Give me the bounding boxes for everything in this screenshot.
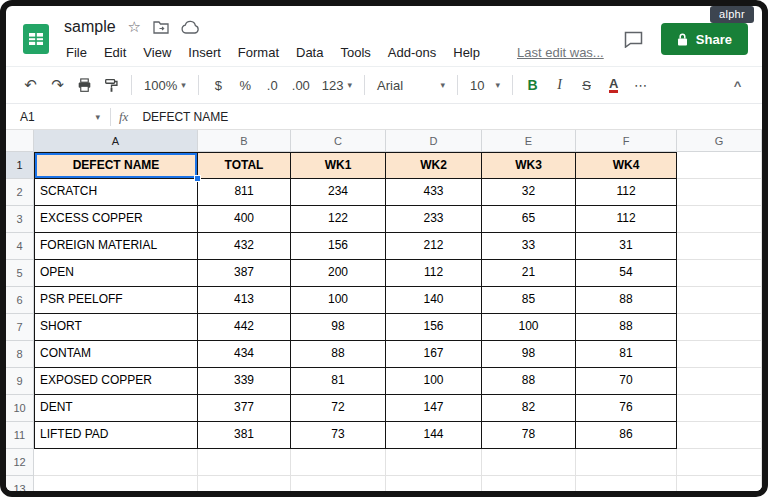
cell-G5[interactable] [677, 260, 762, 287]
cell-D2[interactable]: 433 [386, 179, 482, 206]
cell-D3[interactable]: 233 [386, 206, 482, 233]
col-header-E[interactable]: E [482, 130, 576, 152]
number-format-select[interactable]: 123▾ [317, 73, 357, 98]
menu-insert[interactable]: Insert [186, 43, 223, 62]
undo-button[interactable]: ↶ [18, 73, 43, 98]
cell-F2[interactable]: 112 [576, 179, 677, 206]
row-header-7[interactable]: 7 [6, 314, 34, 341]
increase-decimal-button[interactable]: .00 [287, 73, 315, 98]
cell-A1[interactable]: DEFECT NAME [34, 152, 198, 179]
row-header-11[interactable]: 11 [6, 422, 34, 449]
comment-icon[interactable] [624, 31, 643, 48]
cell-C11[interactable]: 73 [291, 422, 386, 449]
cell-G12[interactable] [677, 449, 762, 476]
row-header-6[interactable]: 6 [6, 287, 34, 314]
cell-A9[interactable]: EXPOSED COPPER [34, 368, 198, 395]
cell-A2[interactable]: SCRATCH [34, 179, 198, 206]
cell-G7[interactable] [677, 314, 762, 341]
paint-format-button[interactable] [99, 73, 124, 98]
cell-G13[interactable] [677, 476, 762, 497]
cell-D12[interactable] [386, 449, 482, 476]
cell-A13[interactable] [34, 476, 198, 497]
menu-view[interactable]: View [141, 43, 173, 62]
cell-B11[interactable]: 381 [198, 422, 291, 449]
cell-B2[interactable]: 811 [198, 179, 291, 206]
cell-F7[interactable]: 88 [576, 314, 677, 341]
cell-G8[interactable] [677, 341, 762, 368]
cell-F11[interactable]: 86 [576, 422, 677, 449]
cell-B5[interactable]: 387 [198, 260, 291, 287]
cell-A5[interactable]: OPEN [34, 260, 198, 287]
col-header-B[interactable]: B [198, 130, 291, 152]
cell-E4[interactable]: 33 [482, 233, 576, 260]
cell-C4[interactable]: 156 [291, 233, 386, 260]
cell-C3[interactable]: 122 [291, 206, 386, 233]
cell-B3[interactable]: 400 [198, 206, 291, 233]
font-size-select[interactable]: 10▾ [465, 73, 505, 98]
cell-D1[interactable]: WK2 [386, 152, 482, 179]
cell-A11[interactable]: LIFTED PAD [34, 422, 198, 449]
menu-help[interactable]: Help [451, 43, 482, 62]
cell-A8[interactable]: CONTAM [34, 341, 198, 368]
row-header-10[interactable]: 10 [6, 395, 34, 422]
menu-format[interactable]: Format [236, 43, 281, 62]
cell-D11[interactable]: 144 [386, 422, 482, 449]
cell-B9[interactable]: 339 [198, 368, 291, 395]
cell-C12[interactable] [291, 449, 386, 476]
cell-G3[interactable] [677, 206, 762, 233]
formula-input[interactable]: DEFECT NAME [142, 110, 762, 124]
cell-E2[interactable]: 32 [482, 179, 576, 206]
cell-E8[interactable]: 98 [482, 341, 576, 368]
star-icon[interactable]: ☆ [128, 18, 141, 36]
col-header-F[interactable]: F [576, 130, 677, 152]
cell-A3[interactable]: EXCESS COPPER [34, 206, 198, 233]
cell-G4[interactable] [677, 233, 762, 260]
cell-A12[interactable] [34, 449, 198, 476]
row-header-2[interactable]: 2 [6, 179, 34, 206]
cell-E9[interactable]: 88 [482, 368, 576, 395]
col-header-D[interactable]: D [386, 130, 482, 152]
menu-tools[interactable]: Tools [338, 43, 372, 62]
cell-C6[interactable]: 100 [291, 287, 386, 314]
move-folder-icon[interactable] [153, 20, 169, 34]
more-button[interactable]: ⋯ [628, 73, 653, 98]
cell-G9[interactable] [677, 368, 762, 395]
cell-B10[interactable]: 377 [198, 395, 291, 422]
row-header-13[interactable]: 13 [6, 476, 34, 497]
row-header-8[interactable]: 8 [6, 341, 34, 368]
cell-G1[interactable] [677, 152, 762, 179]
cell-C7[interactable]: 98 [291, 314, 386, 341]
cell-E5[interactable]: 21 [482, 260, 576, 287]
collapse-toolbar-button[interactable]: ^ [725, 73, 750, 98]
zoom-select[interactable]: 100%▾ [139, 73, 191, 98]
cell-A10[interactable]: DENT [34, 395, 198, 422]
cell-G10[interactable] [677, 395, 762, 422]
name-box[interactable]: A1 ▾ [18, 110, 106, 124]
format-currency-button[interactable]: $ [206, 73, 231, 98]
cell-F8[interactable]: 81 [576, 341, 677, 368]
doc-title[interactable]: sample [64, 18, 116, 36]
cell-A4[interactable]: FOREIGN MATERIAL [34, 233, 198, 260]
cell-E1[interactable]: WK3 [482, 152, 576, 179]
menu-edit[interactable]: Edit [102, 43, 128, 62]
cell-B1[interactable]: TOTAL [198, 152, 291, 179]
print-button[interactable] [72, 73, 97, 98]
cell-D13[interactable] [386, 476, 482, 497]
cell-D7[interactable]: 156 [386, 314, 482, 341]
cell-F3[interactable]: 112 [576, 206, 677, 233]
cell-D8[interactable]: 167 [386, 341, 482, 368]
bold-button[interactable]: B [520, 73, 545, 98]
cell-F10[interactable]: 76 [576, 395, 677, 422]
cell-D9[interactable]: 100 [386, 368, 482, 395]
cell-C8[interactable]: 88 [291, 341, 386, 368]
row-header-5[interactable]: 5 [6, 260, 34, 287]
cell-B7[interactable]: 442 [198, 314, 291, 341]
cell-G6[interactable] [677, 287, 762, 314]
cell-B6[interactable]: 413 [198, 287, 291, 314]
cell-B13[interactable] [198, 476, 291, 497]
italic-button[interactable]: I [547, 73, 572, 98]
corner-box[interactable] [6, 130, 34, 152]
cell-D6[interactable]: 140 [386, 287, 482, 314]
cell-B12[interactable] [198, 449, 291, 476]
cell-E13[interactable] [482, 476, 576, 497]
